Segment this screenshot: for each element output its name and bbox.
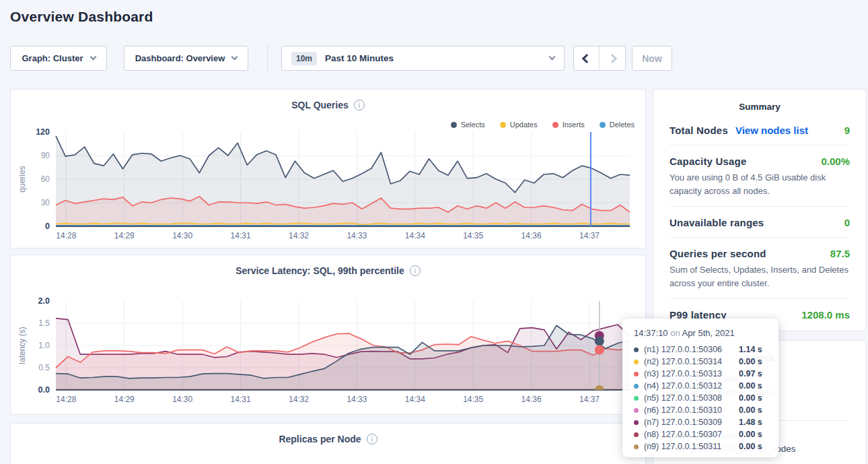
page-title: Overview Dashboard: [10, 9, 153, 25]
tooltip-node-label: (n1) 127.0.0.1:50306: [644, 345, 733, 354]
svg-text:0: 0: [45, 222, 50, 231]
unavailable-ranges-label: Unavailable ranges: [670, 217, 764, 228]
chevron-left-icon: [581, 53, 591, 63]
summary-row-qps: Queries per second 87.5 Sum of Selects, …: [670, 238, 850, 299]
chevron-down-icon: [231, 54, 238, 61]
chevron-right-icon: [608, 53, 617, 63]
svg-text:14:32: 14:32: [289, 395, 309, 404]
tooltip-node-label: (n4) 127.0.0.1:50312: [644, 381, 733, 391]
svg-text:14:37: 14:37: [579, 395, 600, 404]
service-latency-panel: Service Latency: SQL, 99th percentile i …: [10, 255, 646, 415]
tooltip-row: (n7) 127.0.0.1:503091.48 s: [634, 416, 779, 428]
summary-title: Summary: [653, 90, 866, 114]
capacity-label: Capacity Usage: [670, 156, 747, 167]
svg-text:14:37: 14:37: [579, 231, 600, 240]
tooltip-node-label: (n8) 127.0.0.1:50307: [644, 430, 733, 439]
time-range-badge: 10m: [291, 52, 317, 65]
qps-value: 87.5: [830, 248, 850, 259]
replicas-per-node-title: Replicas per Node i: [11, 424, 645, 444]
now-button[interactable]: Now: [632, 46, 672, 71]
svg-text:1.0: 1.0: [38, 341, 50, 350]
qps-label: Queries per second: [670, 248, 766, 259]
tooltip-node-value: 0.00 s: [739, 393, 762, 403]
tooltip-node-value: 0.00 s: [739, 405, 762, 415]
chart-tooltip: 14:37:10 on Apr 5th, 2021 (n1) 127.0.0.1…: [622, 319, 779, 457]
tooltip-node-value: 0.00 s: [739, 381, 762, 391]
sql-queries-panel: SQL Queries i SelectsUpdatesInsertsDelet…: [10, 89, 646, 248]
tooltip-time: 14:37:10: [634, 328, 668, 338]
chevron-down-icon: [89, 54, 96, 61]
series-dot: [634, 360, 639, 364]
sql-queries-chart-canvas[interactable]: 030609012014:2814:2914:3014:3114:3214:33…: [11, 90, 647, 249]
svg-text:14:34: 14:34: [405, 231, 425, 240]
chart-title-text: Replicas per Node: [279, 434, 361, 444]
svg-text:14:29: 14:29: [114, 395, 135, 404]
p99-latency-value: 1208.0 ms: [801, 309, 850, 321]
svg-text:14:36: 14:36: [521, 395, 542, 404]
tooltip-node-label: (n9) 127.0.0.1:50311: [644, 442, 733, 451]
tooltip-node-label: (n3) 127.0.0.1:50313: [644, 369, 733, 378]
svg-text:30: 30: [41, 198, 50, 207]
graph-dropdown-button[interactable]: Graph: Cluster: [10, 46, 107, 71]
svg-text:14:28: 14:28: [56, 231, 76, 240]
svg-text:14:36: 14:36: [521, 231, 542, 240]
svg-text:queries: queries: [17, 166, 27, 192]
series-dot: [634, 396, 639, 401]
tooltip-row: (n1) 127.0.0.1:503061.14 s: [634, 343, 779, 356]
tooltip-row: (n3) 127.0.0.1:503130.97 s: [634, 368, 779, 380]
service-latency-chart-canvas[interactable]: 0.00.51.01.52.014:2814:2914:3014:3114:32…: [11, 255, 647, 416]
time-range-label: Past 10 Minutes: [325, 53, 542, 63]
svg-text:1.5: 1.5: [38, 319, 50, 328]
series-dot: [634, 347, 639, 352]
unavailable-ranges-value: 0: [844, 217, 850, 228]
view-nodes-list-link[interactable]: View nodes list: [735, 125, 808, 136]
time-range-dropdown-button[interactable]: 10m Past 10 Minutes: [281, 46, 565, 71]
series-dot: [634, 408, 639, 413]
svg-text:14:29: 14:29: [114, 231, 135, 240]
tooltip-row: (n2) 127.0.0.1:503140.00 s: [634, 356, 779, 368]
now-button-label: Now: [642, 53, 662, 64]
tooltip-node-value: 0.97 s: [739, 369, 762, 378]
svg-text:90: 90: [41, 151, 50, 160]
svg-text:14:30: 14:30: [172, 231, 192, 240]
dashboard-dropdown-button[interactable]: Dashboard: Overview: [124, 46, 248, 71]
tooltip-node-value: 0.00 s: [739, 442, 762, 451]
series-dot: [634, 444, 639, 449]
tooltip-node-value: 1.14 s: [739, 345, 762, 354]
controls-divider: [267, 44, 268, 72]
tooltip-rows: (n1) 127.0.0.1:503061.14 s(n2) 127.0.0.1…: [634, 343, 779, 453]
qps-description: Sum of Selects, Updates, Inserts, and De…: [670, 263, 850, 290]
tooltip-sep: on: [668, 328, 682, 338]
series-dot: [634, 372, 639, 376]
svg-text:14:31: 14:31: [231, 395, 251, 404]
next-time-window-button[interactable]: [600, 46, 625, 70]
chevron-down-icon: [549, 54, 556, 61]
summary-row-capacity: Capacity Usage 0.00% You are using 0 B o…: [670, 145, 850, 207]
svg-text:60: 60: [41, 174, 50, 184]
capacity-value: 0.00%: [821, 156, 850, 167]
info-icon[interactable]: i: [367, 434, 377, 444]
tooltip-node-label: (n5) 127.0.0.1:50308: [644, 393, 733, 403]
series-dot: [634, 420, 639, 425]
tooltip-row: (n5) 127.0.0.1:503080.00 s: [634, 392, 779, 404]
svg-text:14:35: 14:35: [463, 231, 483, 240]
svg-text:0.0: 0.0: [38, 385, 50, 395]
tooltip-date: Apr 5th, 2021: [682, 328, 735, 338]
svg-text:120: 120: [36, 127, 50, 137]
tooltip-node-label: (n7) 127.0.0.1:50309: [644, 418, 733, 427]
capacity-description: You are using 0 B of 4.5 GiB usable disk…: [670, 171, 850, 197]
tooltip-timestamp: 14:37:10 on Apr 5th, 2021: [634, 328, 779, 338]
tooltip-row: (n9) 127.0.0.1:503110.00 s: [634, 440, 779, 453]
summary-row-unavailable-ranges: Unavailable ranges 0: [670, 207, 850, 238]
summary-row-total-nodes: Total Nodes View nodes list 9: [670, 114, 850, 145]
tooltip-row: (n4) 127.0.0.1:503120.00 s: [634, 380, 779, 392]
series-dot: [634, 384, 639, 389]
svg-text:14:32: 14:32: [289, 231, 309, 240]
svg-text:14:30: 14:30: [172, 395, 192, 404]
time-window-arrows: [573, 46, 626, 71]
svg-text:14:33: 14:33: [347, 395, 367, 404]
prev-time-window-button[interactable]: [574, 46, 600, 70]
total-nodes-value: 9: [844, 125, 850, 136]
tooltip-row: (n6) 127.0.0.1:503100.00 s: [634, 404, 779, 416]
tooltip-node-value: 0.00 s: [739, 430, 762, 439]
